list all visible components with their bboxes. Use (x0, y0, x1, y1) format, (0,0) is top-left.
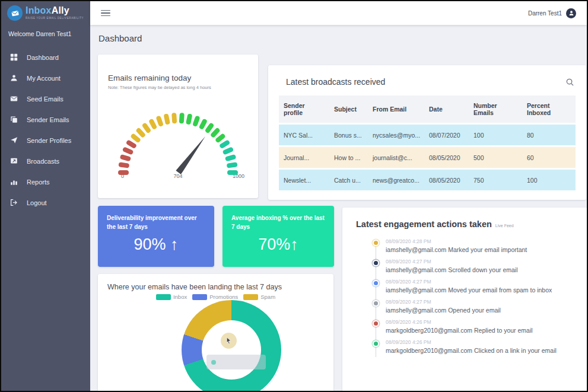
feed-item: 08/09/2020 4:26 PMmarkgoldberg2010@gmail… (361, 339, 576, 354)
legend-label: Inbox (173, 294, 187, 300)
feed-dot (374, 301, 378, 305)
logout-icon (9, 198, 18, 207)
feed-text: iamshelly@gmail.com Marked your email im… (386, 246, 527, 253)
table-row[interactable]: Journal...How to ...journalist@c...08/05… (279, 147, 576, 168)
stat-label: Average inboxing % over the last 7 days (231, 213, 325, 231)
gauge-tick (118, 170, 129, 175)
email-landing-card: Where your emails have been landing the … (98, 274, 333, 392)
table-cell: 80 (522, 125, 576, 145)
feed-timestamp: 08/09/2020 4:27 PM (386, 299, 501, 305)
sidebar-item-dashboard[interactable]: Dashboard (1, 47, 90, 68)
sidebar-item-sender-profiles[interactable]: Sender Profiles (1, 130, 90, 151)
feed-timestamp: 08/09/2020 4:27 PM (386, 259, 518, 264)
feed-text: markgoldberg2010@gmail.com Replied to yo… (386, 327, 533, 334)
feed-item: 08/09/2020 4:27 PMiamshelly@gmail.com Op… (361, 299, 576, 314)
main-area: Darren Test1 Dashboard Emails remaining … (90, 1, 587, 391)
search-icon[interactable] (565, 78, 574, 87)
feed-item: 08/09/2020 4:28 PMiamshelly@gmail.com Ma… (361, 238, 576, 253)
table-cell: journalist@c... (368, 147, 424, 168)
gauge-tick (122, 146, 134, 155)
sidebar-item-reports[interactable]: Reports (1, 171, 90, 192)
gauge-tick (227, 170, 238, 175)
feed-text: iamshelly@gmail.com Opened your email (386, 307, 501, 314)
hamburger-menu-icon[interactable] (101, 10, 110, 17)
column-header: Subject (329, 95, 368, 123)
feed-timestamp: 08/09/2020 4:27 PM (386, 279, 552, 285)
feed-item: 08/09/2020 4:27 PMiamshelly@gmail.com Mo… (361, 279, 576, 294)
table-cell: 100 (522, 170, 576, 190)
app-window: InboxAlly RAISE YOUR EMAIL DELIVERABILIT… (0, 0, 588, 392)
table-cell: nycsales@myo... (368, 125, 424, 145)
table-header-row: Sender profileSubjectFrom EmailDateNumbe… (279, 95, 576, 123)
user-menu[interactable]: Darren Test1 (528, 8, 576, 18)
legend-item: Inbox (156, 294, 187, 300)
dashboard-icon (9, 53, 18, 62)
topbar: Darren Test1 (90, 1, 587, 25)
table-cell: NYC Sal... (279, 125, 329, 145)
table-cell: 08/05/2020 (424, 170, 469, 190)
column-header: From Email (368, 95, 424, 123)
sidebar-item-sender-emails[interactable]: Sender Emails (1, 109, 90, 130)
table-cell: 100 (469, 125, 522, 145)
envelope-icon (9, 94, 18, 103)
gauge-tick (186, 113, 192, 125)
table-cell: Catch u... (329, 170, 368, 190)
sidebar-item-seed-emails[interactable]: Seed Emails (1, 88, 90, 109)
sidebar-item-logout[interactable]: Logout (1, 192, 90, 213)
legend-swatch (192, 294, 207, 300)
gauge-needle (176, 135, 208, 174)
sidebar: InboxAlly RAISE YOUR EMAIL DELIVERABILIT… (1, 1, 90, 391)
legend-swatch (243, 294, 258, 300)
send-icon (9, 136, 18, 145)
copy-icon (9, 115, 18, 124)
feed-dot (374, 321, 378, 326)
sidebar-item-label: My Account (27, 75, 61, 82)
gauge-tick (164, 113, 170, 125)
table-row[interactable]: NYC Sal...Bonus s...nycsales@myo...08/07… (279, 125, 576, 145)
sidebar-item-label: Sender Profiles (27, 137, 71, 144)
table-cell: 08/05/2020 (424, 147, 469, 168)
feed-dot (374, 281, 378, 285)
sidebar-item-label: Dashboard (27, 54, 59, 61)
legend-label: Spam (260, 294, 275, 300)
gauge-tick (120, 154, 131, 162)
content: Dashboard Emails remaining today Note: T… (90, 25, 587, 391)
stat-value: 70%↑ (231, 235, 325, 254)
sidebar-nav: DashboardMy AccountSeed EmailsSender Ema… (1, 47, 90, 213)
sidebar-item-my-account[interactable]: My Account (1, 68, 90, 88)
user-name: Darren Test1 (528, 10, 562, 17)
emails-gauge: 0 704 1000 (107, 98, 249, 183)
broadcast-icon (9, 157, 18, 165)
engagement-feed: 08/09/2020 4:28 PMiamshelly@gmail.com Ma… (361, 238, 576, 354)
sidebar-item-label: Reports (27, 179, 50, 186)
table-row[interactable]: Newslet...Catch u...news@greatco...08/05… (279, 170, 576, 190)
avg-inboxing-stat-card: Average inboxing % over the last 7 days … (223, 206, 334, 267)
brand-tagline: RAISE YOUR EMAIL DELIVERABILITY (26, 17, 84, 20)
legend-item: Spam (243, 294, 275, 300)
gauge-tick (179, 113, 185, 124)
sidebar-item-broadcasts[interactable]: Broadcasts (1, 151, 90, 171)
latest-broadcasts-card: Latest broadcasts received Sender profil… (268, 65, 586, 200)
legend-item: Promotions (192, 294, 238, 300)
logo-envelope-icon (7, 5, 23, 21)
avatar (566, 8, 576, 18)
sidebar-item-label: Logout (27, 199, 47, 206)
sidebar-item-label: Sender Emails (27, 116, 69, 123)
feed-dot (374, 342, 378, 346)
live-feed-label: Live Feed (495, 224, 514, 228)
feed-dot (374, 241, 378, 245)
column-header: Percent Inboxed (522, 95, 576, 123)
feed-text: markgoldberg2010@gmail.com Clicked on a … (386, 347, 557, 354)
page-title: Dashboard (98, 33, 142, 43)
engagement-actions-card: Latest engagement actions taken Live Fee… (342, 208, 587, 392)
table-cell: Newslet... (279, 170, 329, 190)
table-cell: 750 (469, 170, 522, 190)
feed-item: 08/09/2020 4:27 PMiamshelly@gmail.com Sc… (361, 259, 576, 273)
gauge-tick (155, 115, 164, 127)
sidebar-item-label: Seed Emails (27, 95, 63, 103)
logo[interactable]: InboxAlly RAISE YOUR EMAIL DELIVERABILIT… (1, 1, 90, 23)
stat-label: Deliverability improvement over the last… (107, 213, 205, 231)
mouse-cursor (221, 333, 237, 349)
legend-swatch (156, 294, 171, 300)
deliverability-stat-card: Deliverability improvement over the last… (98, 206, 214, 267)
